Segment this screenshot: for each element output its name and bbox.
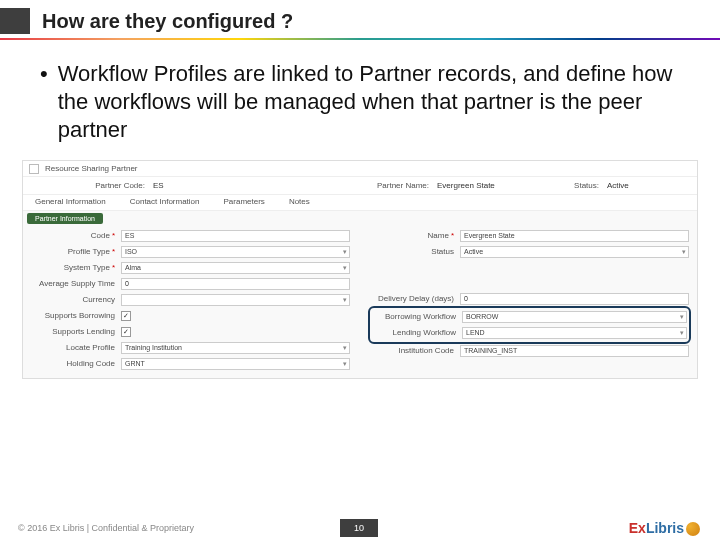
delay-label: Delivery Delay (days) bbox=[370, 294, 460, 303]
page-title: How are they configured ? bbox=[42, 10, 293, 33]
avg-label: Average Supply Time bbox=[31, 279, 121, 288]
section-header: Partner Information bbox=[27, 213, 103, 224]
locate-label: Locate Profile bbox=[31, 343, 121, 352]
partner-status-value: Active bbox=[607, 181, 697, 190]
status-select[interactable]: Active bbox=[460, 246, 689, 258]
delay-field[interactable]: 0 bbox=[460, 293, 689, 305]
holding-select[interactable]: GRNT bbox=[121, 358, 350, 370]
tab-bar: General Information Contact Information … bbox=[23, 195, 697, 211]
holding-label: Holding Code bbox=[31, 359, 121, 368]
partner-summary-row: Partner Code: ES Partner Name: Evergreen… bbox=[23, 177, 697, 195]
logo-ball-icon bbox=[686, 522, 700, 536]
stype-label: System Type* bbox=[31, 263, 121, 272]
inst-field[interactable]: TRAINING_INST bbox=[460, 345, 689, 357]
form-area: Code*ES Profile Type*ISO System Type*Alm… bbox=[23, 226, 697, 378]
ptype-label: Profile Type* bbox=[31, 247, 121, 256]
partner-code-value: ES bbox=[153, 181, 357, 190]
embedded-screenshot: Resource Sharing Partner Partner Code: E… bbox=[22, 160, 698, 379]
lend-checkbox[interactable]: ✓ bbox=[121, 327, 131, 337]
tab-contact[interactable]: Contact Information bbox=[118, 195, 212, 210]
stype-select[interactable]: Alma bbox=[121, 262, 350, 274]
status-label: Status bbox=[370, 247, 460, 256]
code-label: Code* bbox=[31, 231, 121, 240]
borrow-label: Supports Borrowing bbox=[31, 311, 121, 320]
code-field[interactable]: ES bbox=[121, 230, 350, 242]
bullet-section: • Workflow Profiles are linked to Partne… bbox=[0, 46, 720, 154]
bullet-dot: • bbox=[40, 60, 48, 144]
rainbow-divider bbox=[0, 38, 720, 40]
slide-header: How are they configured ? bbox=[0, 0, 720, 38]
form-left-col: Code*ES Profile Type*ISO System Type*Alm… bbox=[31, 228, 350, 372]
tab-general[interactable]: General Information bbox=[23, 195, 118, 210]
partner-name-value: Evergreen State bbox=[437, 181, 527, 190]
slide-footer: © 2016 Ex Libris | Confidential & Propri… bbox=[0, 516, 720, 540]
logo-ex: Ex bbox=[629, 520, 646, 536]
name-label: Name* bbox=[370, 231, 460, 240]
partner-code-label: Partner Code: bbox=[23, 181, 153, 190]
tab-parameters[interactable]: Parameters bbox=[212, 195, 277, 210]
form-right-col: Name*Evergreen State StatusActive Delive… bbox=[370, 228, 689, 372]
bworkflow-select[interactable]: BORROW bbox=[462, 311, 687, 323]
lend-label: Supports Lending bbox=[31, 327, 121, 336]
breadcrumb-bar: Resource Sharing Partner bbox=[23, 161, 697, 177]
breadcrumb: Resource Sharing Partner bbox=[45, 164, 138, 173]
home-icon[interactable] bbox=[29, 164, 39, 174]
logo-area: ExLibris bbox=[378, 520, 720, 536]
copyright-text: © 2016 Ex Libris | Confidential & Propri… bbox=[0, 523, 340, 533]
tab-notes[interactable]: Notes bbox=[277, 195, 322, 210]
workflow-highlight: Borrowing WorkflowBORROW Lending Workflo… bbox=[368, 306, 691, 344]
lworkflow-select[interactable]: LEND bbox=[462, 327, 687, 339]
avg-field[interactable]: 0 bbox=[121, 278, 350, 290]
name-field[interactable]: Evergreen State bbox=[460, 230, 689, 242]
bworkflow-label: Borrowing Workflow bbox=[372, 312, 462, 321]
inst-label: Institution Code bbox=[370, 346, 460, 355]
cur-label: Currency bbox=[31, 295, 121, 304]
ptype-select[interactable]: ISO bbox=[121, 246, 350, 258]
exlibris-logo: ExLibris bbox=[629, 520, 700, 536]
borrow-checkbox[interactable]: ✓ bbox=[121, 311, 131, 321]
locate-select[interactable]: Training Institution bbox=[121, 342, 350, 354]
bullet-text: Workflow Profiles are linked to Partner … bbox=[58, 60, 690, 144]
partner-name-label: Partner Name: bbox=[357, 181, 437, 190]
page-number: 10 bbox=[340, 519, 378, 537]
header-accent-block bbox=[0, 8, 30, 34]
partner-status-label: Status: bbox=[527, 181, 607, 190]
cur-select[interactable] bbox=[121, 294, 350, 306]
lworkflow-label: Lending Workflow bbox=[372, 328, 462, 337]
logo-libris: Libris bbox=[646, 520, 684, 536]
